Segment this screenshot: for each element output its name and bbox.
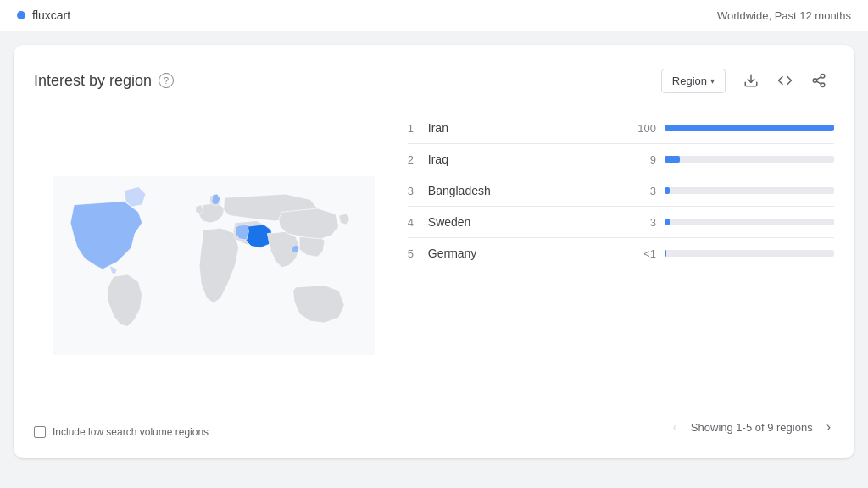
rank-label: 5 [408, 247, 428, 260]
next-page-button[interactable]: › [823, 416, 834, 438]
brand-label: fluxcart [32, 8, 70, 22]
region-value-label: <1 [631, 247, 656, 260]
download-button[interactable] [736, 65, 766, 96]
list-item: 5 Germany <1 [408, 238, 834, 269]
region-list: 1 Iran 100 2 Iraq 9 3 Bangladesh 3 4 Swe… [408, 113, 834, 406]
svg-line-4 [816, 81, 821, 84]
region-value-label: 100 [631, 122, 656, 135]
bar-fill [665, 125, 834, 131]
low-volume-label: Include low search volume regions [53, 426, 209, 438]
list-item: 3 Bangladesh 3 [408, 175, 834, 207]
region-value-label: 9 [631, 153, 656, 166]
bar-fill [665, 187, 670, 194]
svg-line-5 [816, 77, 821, 80]
scope-label: Worldwide, Past 12 months [717, 9, 851, 22]
share-icon [811, 73, 826, 88]
map-section: Include low search volume regions [34, 113, 394, 438]
embed-button[interactable] [770, 65, 800, 96]
region-value-label: 3 [631, 185, 656, 197]
bar-track [665, 187, 834, 194]
brand-dot-icon [17, 11, 25, 19]
bar-track [665, 156, 834, 163]
card-title-group: Interest by region ? [34, 72, 174, 90]
region-dropdown-button[interactable]: Region ▾ [661, 69, 726, 93]
chevron-down-icon: ▾ [710, 76, 715, 86]
region-name-label: Germany [428, 247, 631, 260]
low-volume-section: Include low search volume regions [34, 426, 394, 438]
header-actions: Region ▾ [661, 65, 834, 96]
rank-label: 1 [408, 122, 428, 135]
embed-icon [777, 73, 793, 88]
bar-track [665, 125, 834, 131]
map-container [34, 113, 394, 419]
list-item: 4 Sweden 3 [408, 207, 834, 238]
world-map [53, 176, 375, 355]
card-header: Interest by region ? Region ▾ [34, 65, 834, 96]
region-name-label: Bangladesh [428, 184, 631, 197]
pagination: ‹ Showing 1-5 of 9 regions › [408, 416, 834, 438]
bar-fill [665, 250, 666, 257]
pagination-label: Showing 1-5 of 9 regions [691, 421, 813, 434]
bar-fill [665, 219, 670, 225]
download-icon [743, 73, 759, 88]
bar-track [665, 219, 834, 225]
region-button-label: Region [672, 75, 707, 87]
rank-label: 2 [408, 153, 428, 166]
rank-label: 3 [408, 185, 428, 197]
bar-fill [665, 156, 680, 163]
region-name-label: Iraq [428, 152, 631, 166]
list-item: 2 Iraq 9 [408, 144, 834, 175]
list-item: 1 Iran 100 [408, 113, 834, 144]
help-icon[interactable]: ? [159, 73, 174, 88]
rank-label: 4 [408, 216, 428, 229]
card-body: Include low search volume regions 1 Iran… [34, 113, 834, 438]
interest-by-region-card: Interest by region ? Region ▾ [14, 45, 854, 458]
list-section: 1 Iran 100 2 Iraq 9 3 Bangladesh 3 4 Swe… [408, 113, 834, 438]
top-bar: fluxcart Worldwide, Past 12 months [0, 0, 868, 31]
region-value-label: 3 [631, 216, 656, 229]
card-title: Interest by region [34, 72, 152, 90]
prev-page-button[interactable]: ‹ [670, 416, 681, 438]
region-name-label: Iran [428, 121, 631, 135]
brand: fluxcart [17, 8, 70, 22]
share-button[interactable] [804, 65, 834, 96]
bar-track [665, 250, 834, 257]
region-name-label: Sweden [428, 215, 631, 229]
low-volume-checkbox[interactable] [34, 426, 46, 438]
page-wrapper: fluxcart Worldwide, Past 12 months Inter… [0, 0, 868, 488]
